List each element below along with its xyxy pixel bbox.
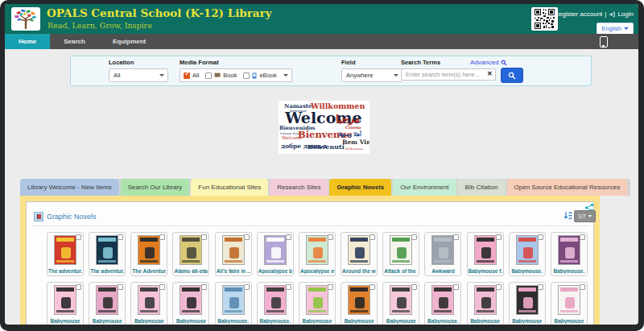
tab-bib-citation[interactable]: Bib Citation [458,179,506,196]
search-button[interactable] [501,68,523,83]
book-title[interactable]: Alamo all-stars [174,268,208,274]
book-card[interactable]: Babymouse [467,282,504,325]
book-title[interactable]: Attack of the ... [384,268,418,274]
book-title[interactable]: Babymouse [48,318,82,324]
select-book-checkbox[interactable] [118,234,123,240]
select-book-checkbox[interactable] [580,284,585,290]
select-book-checkbox[interactable] [76,234,81,240]
book-title[interactable]: Babymouse. [217,318,250,324]
book-cover[interactable] [558,235,580,265]
book-cover[interactable] [96,235,118,265]
book-title[interactable]: Babymouse [300,318,334,324]
book-card[interactable]: Babymouse. [551,232,588,276]
book-title[interactable]: The adventur... [90,268,124,274]
book-cover[interactable] [390,285,412,315]
select-book-checkbox[interactable] [580,234,585,240]
book-cover[interactable] [390,235,412,265]
select-book-checkbox[interactable] [76,284,81,290]
select-book-checkbox[interactable] [159,234,165,240]
book-title[interactable]: Babymouse. [552,268,586,274]
chevron-down-icon[interactable] [283,74,288,77]
select-book-checkbox[interactable] [411,234,417,240]
book-title[interactable]: Babymouse. [258,318,292,324]
book-card[interactable]: Babymouse [382,282,419,325]
book-card[interactable]: The adventur... [47,232,84,276]
book-card[interactable]: Apocalypse m... [299,232,336,276]
select-book-checkbox[interactable] [286,234,291,240]
book-card[interactable]: Babymouse [89,282,126,325]
media-checkbox-ebook[interactable] [243,72,250,79]
select-book-checkbox[interactable] [286,284,291,290]
advanced-search-link[interactable]: Advanced [470,59,507,66]
nav-item-equipment[interactable]: Equipment [99,34,159,49]
select-book-checkbox[interactable] [369,284,375,290]
book-card[interactable]: Babymouse f... [467,232,504,276]
tab-our-environment[interactable]: Our Environment [393,179,456,196]
book-card[interactable]: Around the w... [341,232,378,276]
book-card[interactable]: Ali's faire in ... [215,232,252,276]
book-title[interactable]: Awkward [426,268,460,274]
book-cover[interactable] [474,285,497,315]
book-cover[interactable] [138,285,160,315]
book-cover[interactable] [306,235,328,265]
tab-graphic-novels[interactable]: Graphic Novels [329,179,391,196]
mobile-phone-icon[interactable] [600,36,608,48]
book-card[interactable]: Babymouse [130,282,167,325]
book-card[interactable]: Babymouse. [509,232,546,276]
select-book-checkbox[interactable] [369,234,375,240]
book-title[interactable]: Babymouse [342,318,376,324]
tab-library-welcome-new-items[interactable]: Library Welcome - New Items [20,179,119,196]
search-input[interactable] [401,68,496,81]
book-card[interactable]: Attack of the ... [382,232,419,276]
book-title[interactable]: Babymouse [174,318,208,324]
field-select[interactable]: Anywhere [341,68,402,82]
book-title[interactable]: Babymouse. [510,268,544,274]
book-card[interactable]: Babymouse [551,282,588,325]
register-account-link[interactable]: Register account [554,10,602,18]
book-card[interactable]: Apocalypse b... [257,232,294,276]
book-card[interactable]: Babymouse. [215,282,252,325]
book-cover[interactable] [431,285,454,315]
book-title[interactable]: The Adventur... [132,268,166,274]
book-title[interactable]: Babymouse [90,318,124,324]
select-book-checkbox[interactable] [453,284,459,290]
book-card[interactable]: Babymouse [47,282,84,325]
book-card[interactable]: The adventur... [89,232,126,276]
media-checkbox-all[interactable] [184,72,190,79]
tab-search-our-library[interactable]: Search Our Library [121,179,190,196]
login-link[interactable]: Login [617,10,634,18]
tab-open-source-educational-resources[interactable]: Open Source Educational Resources [507,179,628,196]
select-book-checkbox[interactable] [201,284,207,290]
book-cover[interactable] [306,285,328,315]
tab-fun-educational-sites[interactable]: Fun Educational Sites [191,179,268,196]
book-cover[interactable] [264,235,287,265]
book-cover[interactable] [54,285,76,315]
book-card[interactable]: Alamo all-stars [172,232,209,276]
book-card[interactable]: Babymouse. [257,282,294,325]
sort-icon[interactable] [564,211,572,221]
book-cover[interactable] [516,285,539,315]
nav-item-home[interactable]: Home [5,34,50,49]
book-title[interactable]: Babymouse [510,318,544,324]
select-book-checkbox[interactable] [159,284,165,290]
book-title[interactable]: Babymouse. [426,318,460,324]
book-card[interactable]: Babymouse [172,282,209,325]
select-book-checkbox[interactable] [538,234,543,240]
select-book-checkbox[interactable] [496,284,502,290]
book-cover[interactable] [222,285,245,315]
select-book-checkbox[interactable] [201,234,207,240]
book-cover[interactable] [558,285,580,315]
tab-research-sites[interactable]: Research Sites [270,179,328,196]
book-cover[interactable] [180,285,202,315]
book-cover[interactable] [222,235,245,265]
book-title[interactable]: Babymouse [384,318,418,324]
panel-title-row[interactable]: Graphic Novels [34,212,97,221]
language-selector[interactable]: English [597,23,634,35]
book-title[interactable]: Ali's faire in ... [217,268,250,274]
book-title[interactable]: Apocalypse b... [258,268,292,274]
book-title[interactable]: Babymouse [469,318,502,324]
book-card[interactable]: Babymouse [341,282,378,325]
book-cover[interactable] [54,235,76,265]
page-selector[interactable]: 1/7 [574,210,596,222]
book-cover[interactable] [138,235,160,265]
